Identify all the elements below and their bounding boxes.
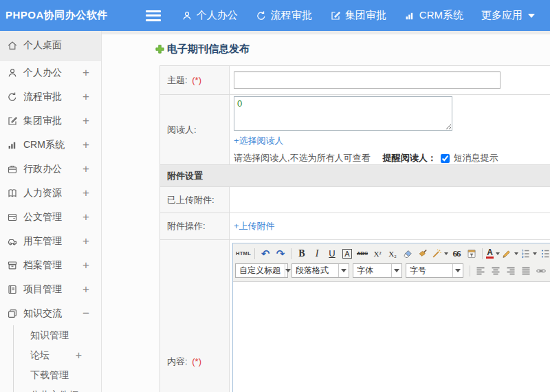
font-color-button[interactable]: A <box>485 246 500 261</box>
sidebar-item-personal-desktop[interactable]: 个人桌面 <box>0 31 101 61</box>
nav-more-apps[interactable]: 更多应用 <box>481 9 535 22</box>
bullet-list-icon <box>540 248 550 259</box>
broom-icon <box>417 248 428 259</box>
strikethrough-button[interactable]: ABC <box>355 246 370 261</box>
upload-attachment-link[interactable]: +上传附件 <box>234 221 275 231</box>
subscript-button[interactable]: X₂ <box>385 246 400 261</box>
readers-textarea[interactable]: 0 <box>234 96 452 131</box>
chevron-down-icon <box>444 252 448 255</box>
nav-process-approval[interactable]: 流程审批 <box>256 9 312 22</box>
sidebar-item-group-approval[interactable]: 集团审批 + <box>0 109 101 133</box>
insert-link-button[interactable] <box>534 263 549 278</box>
knowledge-submenu: 知识管理 论坛 + 下载管理 公共文件柜 <box>13 325 101 392</box>
main-content: 电子期刊信息发布 主题: (*) 阅读人: <box>102 31 550 392</box>
expand-plus-icon: + <box>82 66 89 80</box>
chevron-down-icon <box>338 264 349 277</box>
redo-button[interactable]: ↷ <box>273 246 288 261</box>
align-right-button[interactable] <box>503 263 518 278</box>
nav-label: 更多应用 <box>481 9 522 22</box>
undo-button[interactable]: ↶ <box>258 246 273 261</box>
sidebar-item-admin-office[interactable]: 行政办公 + <box>0 157 101 181</box>
paragraph-format-select[interactable]: 段落格式 <box>292 263 349 278</box>
sidebar-item-archive-mgmt[interactable]: 档案管理 + <box>0 253 101 277</box>
expand-plus-icon: + <box>82 259 89 272</box>
user-icon <box>182 10 192 21</box>
sidebar-item-vehicle-mgmt[interactable]: 用车管理 + <box>0 229 101 253</box>
sidebar-subitem-public-file-cabinet[interactable]: 公共文件柜 <box>14 385 101 392</box>
subject-input[interactable] <box>234 72 500 89</box>
select-readers-link[interactable]: +选择阅读人 <box>234 135 284 147</box>
uploaded-attachments-label-cell: 已上传附件: <box>160 187 230 213</box>
chevron-down-icon <box>528 14 535 18</box>
align-left-icon <box>475 265 486 276</box>
source-code-button[interactable]: HTML <box>235 246 252 261</box>
align-left-button[interactable] <box>473 263 488 278</box>
publish-form: 主题: (*) 阅读人: 0 +选择阅读人 <box>160 65 550 392</box>
font-style-button[interactable]: A <box>340 246 355 261</box>
sidebar-item-personal-office[interactable]: 个人办公 + <box>0 61 101 85</box>
attachment-ops-label-cell: 附件操作: <box>160 213 230 240</box>
sidebar-subitem-download-mgmt[interactable]: 下载管理 <box>14 365 101 385</box>
sidebar-subitem-forum[interactable]: 论坛 + <box>14 345 101 365</box>
paste-text-button[interactable] <box>464 246 479 261</box>
home-icon <box>7 40 18 51</box>
expand-plus-icon: + <box>82 114 89 128</box>
eraser-icon <box>402 248 413 259</box>
editor-toolbar: HTML ↶ ↷ B I U A A <box>233 243 550 282</box>
sms-notify-checkbox[interactable] <box>441 154 450 163</box>
superscript-button[interactable]: X² <box>370 246 385 261</box>
sidebar-subitem-knowledge-mgmt[interactable]: 知识管理 <box>14 325 101 345</box>
briefcase-icon <box>7 164 18 175</box>
chevron-down-icon <box>496 252 500 255</box>
nav-group-approval[interactable]: 集团审批 <box>330 9 386 22</box>
sidebar-item-document-mgmt[interactable]: 公文管理 + <box>0 205 101 229</box>
nav-label: 集团审批 <box>345 9 386 22</box>
top-nav: 个人办公 流程审批 集团审批 CRM系统 更多应用 <box>182 9 535 22</box>
underline-button[interactable]: U <box>324 246 340 261</box>
bold-button[interactable]: B <box>294 246 309 261</box>
separator <box>470 265 470 276</box>
align-right-icon <box>505 265 516 276</box>
magic-wand-icon <box>431 248 442 259</box>
separator <box>291 248 292 259</box>
content-label-cell: 内容: (*) <box>160 240 230 392</box>
highlight-color-button[interactable] <box>500 246 519 261</box>
sidebar-item-knowledge-exchange[interactable]: 知识交流 − <box>0 301 101 325</box>
book-icon <box>7 188 18 199</box>
expand-plus-icon: + <box>82 235 89 248</box>
edit-icon <box>330 10 341 21</box>
chevron-down-icon <box>452 264 463 277</box>
nav-crm-system[interactable]: CRM系统 <box>404 9 463 22</box>
font-family-select[interactable]: 字体 <box>353 263 402 278</box>
required-mark: (*) <box>192 75 201 85</box>
nav-label: 个人办公 <box>197 9 238 22</box>
custom-title-select[interactable]: 自定义标题 <box>235 263 288 278</box>
page-title: 电子期刊信息发布 <box>155 43 550 56</box>
eraser-button[interactable] <box>400 246 415 261</box>
subject-label-cell: 主题: (*) <box>160 66 230 95</box>
separator <box>254 248 255 259</box>
sidebar-item-crm[interactable]: CRM系统 + <box>0 133 101 157</box>
ordered-list-button[interactable] <box>519 246 538 261</box>
expand-plus-icon: + <box>76 349 82 362</box>
top-header: PHPOA协同办公软件 个人办公 流程审批 集团审批 CRM系统 更多应用 <box>0 0 550 31</box>
editor-content-area[interactable] <box>233 282 550 392</box>
expand-plus-icon: + <box>82 210 89 224</box>
rich-text-editor: HTML ↶ ↷ B I U A A <box>232 243 550 392</box>
unordered-list-button[interactable] <box>538 246 550 261</box>
sidebar-item-hr[interactable]: 人力资源 + <box>0 181 101 205</box>
sidebar-item-project-mgmt[interactable]: 项目管理 + <box>0 277 101 301</box>
expand-plus-icon: + <box>82 90 89 104</box>
sidebar-item-process-approval[interactable]: 流程审批 + <box>0 85 101 109</box>
clear-format-button[interactable] <box>415 246 430 261</box>
expand-plus-icon: + <box>82 162 89 176</box>
nav-personal-office[interactable]: 个人办公 <box>182 9 238 22</box>
font-size-select[interactable]: 字号 <box>406 263 463 278</box>
italic-button[interactable]: I <box>309 246 324 261</box>
hamburger-menu-icon[interactable] <box>146 10 161 21</box>
blockquote-button[interactable]: 66 <box>449 246 464 261</box>
align-center-button[interactable] <box>488 263 503 278</box>
justify-button[interactable] <box>518 263 534 278</box>
quick-format-button[interactable] <box>430 246 449 261</box>
align-center-icon <box>490 265 501 276</box>
